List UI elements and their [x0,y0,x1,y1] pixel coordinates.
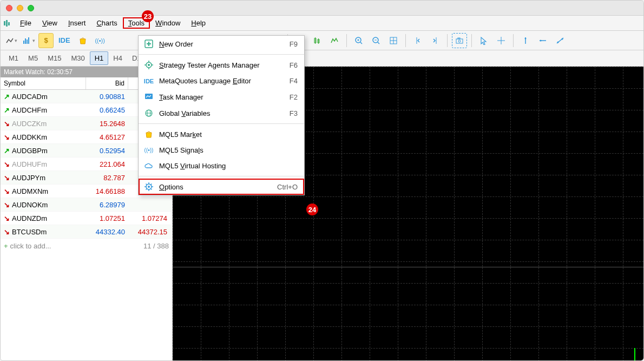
menu-item-shortcut: F6 [290,61,298,69]
arrow-down-icon [4,133,10,141]
menu-item-options[interactable]: OptionsCtrl+O [139,179,304,195]
menu-item-task-manager[interactable]: Task ManagerF2 [139,89,304,105]
menu-item-mql5-virtual-hosting[interactable]: MQL5 Virtual Hosting [139,158,304,174]
ask-value: 44372.15 [128,228,170,236]
bag-icon [144,130,154,139]
close-window-icon[interactable] [6,5,12,11]
vertical-line-icon[interactable] [518,33,533,48]
horizontal-line-icon[interactable] [535,33,550,48]
svg-rect-0 [4,21,5,25]
cursor-icon[interactable] [476,33,491,48]
scroll-left-icon[interactable] [410,33,425,48]
ide-icon: IDE [144,78,154,84]
svg-rect-2 [8,22,10,25]
separator [447,34,448,47]
svg-line-56 [151,184,152,185]
candles-icon[interactable] [310,33,325,48]
symbol-name: AUDJPYm [12,174,45,182]
svg-rect-3 [23,41,24,44]
symbol-name: AUDCZKm [12,120,47,128]
svg-point-24 [458,40,461,42]
timeframe-m30[interactable]: M30 [66,51,89,65]
bid-value: 0.66245 [86,106,128,114]
menu-item-shortcut: Ctrl+O [277,183,298,191]
bid-value: 0.52954 [86,147,128,155]
zoom-out-icon[interactable] [369,33,384,48]
bid-value: 4.65127 [86,133,128,141]
svg-rect-23 [456,39,463,43]
grid-icon[interactable] [386,33,401,48]
timeframe-m5[interactable]: M5 [23,51,43,65]
timeframe-bar: M1M5M15M30H1H4D1 [1,50,643,67]
signals-icon[interactable]: ((•)) [93,33,108,48]
menu-item-shortcut: F2 [290,93,298,101]
menu-item-new-order[interactable]: New OrderF9 [139,36,304,52]
camera-icon[interactable] [452,33,467,48]
header-bid[interactable]: Bid [86,77,128,89]
svg-point-33 [557,41,558,43]
arrow-up-icon [4,147,10,155]
symbol-name: AUDNOKm [12,201,48,209]
menu-separator [139,54,304,55]
menu-item-label: Options [159,183,272,191]
crosshair-icon[interactable] [494,33,509,48]
menu-view[interactable]: View [37,17,63,29]
svg-point-34 [561,38,563,40]
chart-bars-icon[interactable]: ▾ [21,33,36,48]
svg-rect-6 [28,37,29,44]
arrow-down-icon [4,174,10,182]
menu-item-metaquotes-language-editor[interactable]: IDEMetaQuotes Language EditorF4 [139,73,304,89]
separator [405,34,406,47]
plus-box-icon [144,40,154,48]
market-watch-row[interactable]: AUDNOKm6.28979 [1,198,172,212]
menu-item-label: Global Variables [159,109,284,117]
menu-help[interactable]: Help [186,17,211,29]
minimize-window-icon[interactable] [17,5,23,11]
app-logo-icon [3,19,11,28]
svg-line-12 [360,42,362,44]
menu-item-strategy-tester-agents-manager[interactable]: Strategy Tester Agents ManagerF6 [139,57,304,73]
timeframe-h1[interactable]: H1 [90,51,109,65]
market-watch-row[interactable]: AUDNZDm1.072511.07274 [1,212,172,225]
menu-separator [139,123,304,124]
scroll-right-icon[interactable] [428,33,443,48]
dollar-icon[interactable]: $ [38,33,54,48]
arrow-down-icon [4,160,10,168]
maximize-window-icon[interactable] [28,5,34,11]
chart-line-icon[interactable]: ▾ [4,33,19,48]
bid-value: 44332.40 [86,228,128,236]
bid-value: 0.90881 [86,93,128,101]
menu-charts[interactable]: Charts [91,17,122,29]
trendline-icon[interactable] [553,33,568,48]
separator [513,34,514,47]
svg-rect-25 [458,38,460,39]
menu-item-global-variables[interactable]: Global VariablesF3 [139,105,304,121]
market-watch-add-row[interactable]: +click to add... 11 / 388 [1,239,172,253]
ide-button[interactable]: IDE [56,33,73,48]
header-symbol[interactable]: Symbol [1,77,86,89]
annotation-23: 23 [142,10,154,22]
menu-item-shortcut: F4 [290,77,298,85]
menu-insert[interactable]: Insert [63,17,91,29]
ask-value: 1.07274 [128,214,170,222]
cloud-icon [144,162,154,170]
timeframe-m1[interactable]: M1 [4,51,23,65]
gear-green-icon [144,61,154,69]
menu-window[interactable]: Window [150,17,186,29]
menu-item-mql5-market[interactable]: MQL5 Market [139,126,304,142]
line-chart-icon[interactable] [327,33,342,48]
bid-value: 6.28979 [86,201,128,209]
arrow-up-icon [4,106,10,114]
symbol-name: AUDGBPm [12,147,48,155]
menu-file[interactable]: File [15,17,37,29]
menu-item-mql5-signals[interactable]: ((•))MQL5 Signals [139,142,304,158]
symbol-name: AUDDKKm [12,133,47,141]
zoom-in-icon[interactable] [351,33,366,48]
menu-bar: FileViewInsertChartsToolsWindowHelp [1,16,643,31]
market-watch-row[interactable]: BTCUSDm44332.4044372.15 [1,225,172,239]
timeframe-m15[interactable]: M15 [43,51,66,65]
bid-value: 14.66188 [86,187,128,195]
timeframe-h4[interactable]: H4 [108,51,127,65]
market-bag-icon[interactable] [75,33,90,48]
signal-icon: ((•)) [144,147,154,153]
